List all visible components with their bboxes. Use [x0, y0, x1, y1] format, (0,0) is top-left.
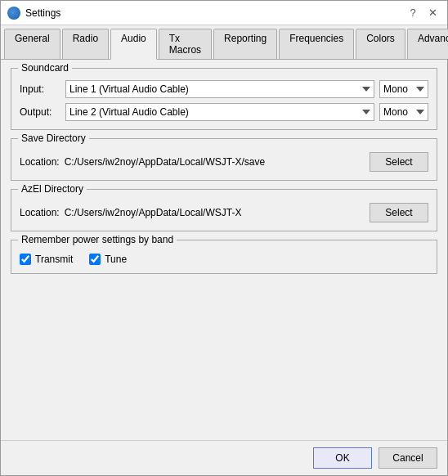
main-content: Soundcard Input: Line 1 (Virtual Audio C… [1, 60, 447, 440]
cancel-button[interactable]: Cancel [379, 447, 437, 469]
tune-checkbox-item: Tune [89, 254, 127, 265]
save-directory-group: Save Directory Location: C:/Users/iw2noy… [11, 138, 437, 181]
input-row: Input: Line 1 (Virtual Audio Cable) Mono… [20, 80, 428, 98]
save-location-path: C:/Users/iw2noy/AppData/Local/WSJT-X/sav… [65, 156, 365, 168]
azel-select-button[interactable]: Select [370, 203, 428, 222]
tune-label: Tune [105, 254, 127, 265]
save-select-button[interactable]: Select [370, 152, 428, 172]
save-directory-label: Save Directory [18, 132, 89, 144]
transmit-checkbox[interactable] [20, 254, 31, 265]
input-label: Input: [20, 83, 60, 95]
ok-button[interactable]: OK [313, 447, 372, 469]
titlebar-controls: ? ✕ [405, 5, 441, 21]
titlebar: Settings ? ✕ [1, 1, 447, 25]
azel-location-row: Location: C:/Users/iw2noy/AppData/Local/… [20, 203, 428, 222]
output-label: Output: [20, 106, 60, 118]
save-location-label: Location: [20, 156, 60, 168]
tab-frequencies[interactable]: Frequencies [279, 29, 354, 59]
output-mode-select[interactable]: MonoStereo [379, 103, 428, 121]
soundcard-group-label: Soundcard [18, 62, 72, 74]
power-settings-label: Remember power settings by band [18, 234, 177, 245]
save-location-row: Location: C:/Users/iw2noy/AppData/Local/… [20, 152, 428, 172]
azel-directory-label: AzEl Directory [18, 183, 87, 195]
window-title: Settings [25, 7, 60, 19]
footer: OK Cancel [1, 440, 447, 475]
tab-tx-macros[interactable]: Tx Macros [159, 29, 212, 59]
tab-colors[interactable]: Colors [356, 29, 405, 59]
output-row: Output: Line 2 (Virtual Audio Cable) Mon… [20, 103, 428, 121]
power-checkboxes: Transmit Tune [20, 254, 428, 265]
power-settings-group: Remember power settings by band Transmit… [11, 240, 437, 274]
soundcard-group: Soundcard Input: Line 1 (Virtual Audio C… [11, 68, 437, 130]
tune-checkbox[interactable] [89, 254, 101, 265]
tabs-bar: General Radio Audio Tx Macros Reporting … [1, 25, 447, 60]
close-button[interactable]: ✕ [424, 5, 441, 21]
input-select[interactable]: Line 1 (Virtual Audio Cable) [65, 80, 374, 98]
help-button[interactable]: ? [405, 5, 421, 21]
tab-general[interactable]: General [4, 29, 60, 59]
settings-window: Settings ? ✕ General Radio Audio Tx Macr… [0, 0, 448, 476]
azel-directory-group: AzEl Directory Location: C:/Users/iw2noy… [11, 189, 437, 231]
tab-reporting[interactable]: Reporting [213, 29, 277, 59]
tab-advanced[interactable]: Advanced [407, 29, 448, 59]
transmit-label: Transmit [35, 254, 73, 265]
globe-icon [7, 7, 20, 20]
tab-radio[interactable]: Radio [62, 29, 109, 59]
transmit-checkbox-item: Transmit [20, 254, 73, 265]
tab-audio[interactable]: Audio [110, 29, 157, 60]
input-mode-select[interactable]: MonoStereo [379, 80, 428, 98]
azel-location-label: Location: [20, 207, 60, 218]
output-select[interactable]: Line 2 (Virtual Audio Cable) [65, 103, 374, 121]
azel-location-path: C:/Users/iw2noy/AppData/Local/WSJT-X [65, 207, 365, 218]
